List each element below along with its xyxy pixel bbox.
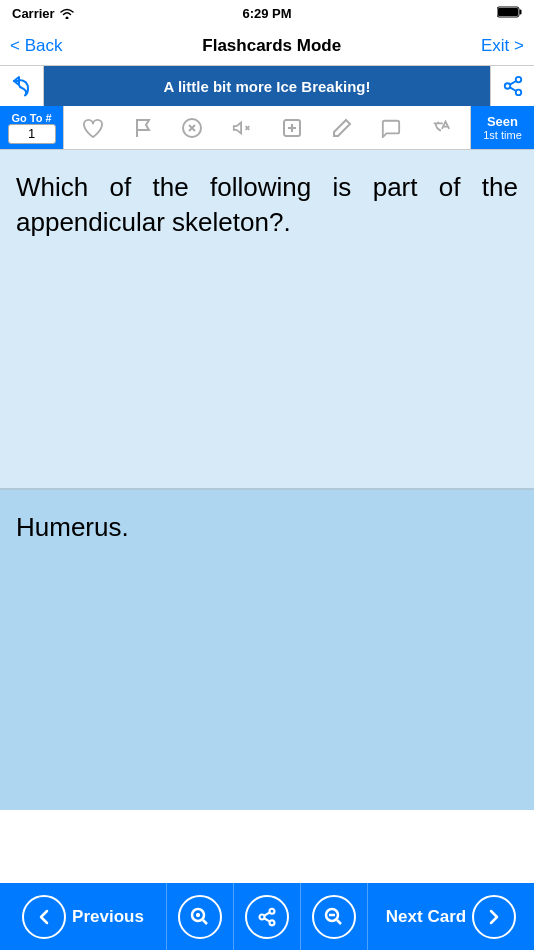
flag-button[interactable]: [125, 110, 161, 146]
translate-button[interactable]: [423, 110, 459, 146]
zoom-out-button[interactable]: [301, 883, 368, 950]
battery-icon: [497, 6, 522, 21]
next-card-button[interactable]: Next Card: [368, 883, 534, 950]
previous-icon: [22, 895, 66, 939]
carrier-label: Carrier: [12, 6, 55, 21]
carrier-wifi: Carrier: [12, 6, 75, 21]
share-bottom-icon: [245, 895, 289, 939]
card-answer[interactable]: Humerus.: [0, 490, 534, 810]
svg-point-8: [270, 920, 275, 925]
next-icon: [472, 895, 516, 939]
time-display: 6:29 PM: [242, 6, 291, 21]
status-bar: Carrier 6:29 PM: [0, 0, 534, 26]
zoom-out-icon: [312, 895, 356, 939]
answer-text: Humerus.: [16, 510, 518, 545]
goto-section: Go To #: [0, 106, 64, 149]
set-title-bar: A little bit more Ice Breaking!: [0, 66, 534, 106]
add-button[interactable]: [274, 110, 310, 146]
set-title-share-button[interactable]: [490, 66, 534, 106]
question-text: Which of the following is part of the ap…: [16, 170, 518, 240]
favorite-button[interactable]: [75, 110, 111, 146]
nav-title: Flashcards Mode: [202, 36, 341, 56]
svg-rect-2: [498, 8, 518, 16]
previous-label: Previous: [72, 907, 144, 927]
dismiss-button[interactable]: [174, 110, 210, 146]
audio-button[interactable]: [224, 110, 260, 146]
zoom-in-icon: [178, 895, 222, 939]
seen-section: Seen 1st time: [470, 106, 534, 149]
comment-button[interactable]: [373, 110, 409, 146]
exit-button[interactable]: Exit >: [481, 36, 524, 56]
seen-sublabel: 1st time: [483, 129, 522, 141]
toolbar-icons: [64, 106, 470, 149]
edit-button[interactable]: [324, 110, 360, 146]
undo-icon: [10, 74, 34, 98]
share-bottom-button[interactable]: [234, 883, 301, 950]
svg-point-7: [260, 914, 265, 919]
next-label: Next Card: [386, 907, 466, 927]
previous-button[interactable]: Previous: [0, 883, 167, 950]
card-question[interactable]: Which of the following is part of the ap…: [0, 150, 534, 490]
back-button[interactable]: < Back: [10, 36, 62, 56]
set-title-back-button[interactable]: [0, 66, 44, 106]
share-icon: [502, 75, 524, 97]
set-title-text: A little bit more Ice Breaking!: [44, 66, 490, 106]
zoom-in-button[interactable]: [167, 883, 234, 950]
svg-rect-1: [520, 9, 522, 14]
goto-input[interactable]: [8, 124, 56, 144]
toolbar: Go To #: [0, 106, 534, 150]
nav-bar: < Back Flashcards Mode Exit >: [0, 26, 534, 66]
goto-label: Go To #: [11, 112, 51, 124]
svg-point-6: [270, 908, 275, 913]
seen-label: Seen: [487, 114, 518, 129]
wifi-icon: [59, 7, 75, 19]
bottom-nav: Previous: [0, 883, 534, 950]
